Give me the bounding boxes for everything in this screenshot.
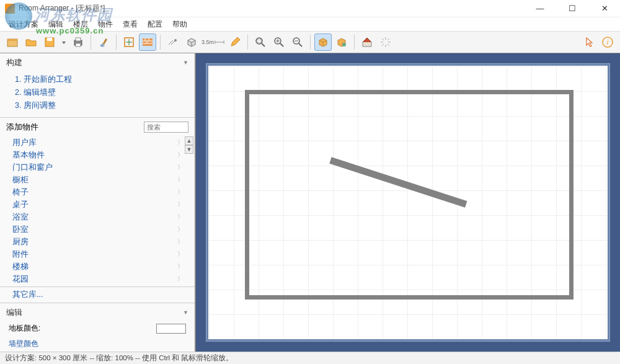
edit-header[interactable]: 编辑▼ xyxy=(0,303,195,321)
separator xyxy=(116,35,117,50)
build-edit-walls[interactable]: 2. 编辑墙壁 xyxy=(15,86,187,99)
build-adjust-room[interactable]: 3. 房间调整 xyxy=(15,99,187,112)
save-icon[interactable] xyxy=(41,33,58,51)
sidebar: 构建▼ 1. 开始新的工程 2. 编辑墙壁 3. 房间调整 添加物件 ▲ ▼ 用… xyxy=(0,53,196,352)
cat-tables[interactable]: 桌子〉 xyxy=(12,198,188,211)
cat-kitchen[interactable]: 厨房〉 xyxy=(12,236,188,248)
measure-icon[interactable]: 3.5m xyxy=(202,33,225,51)
scroll-up-icon[interactable]: ▲ xyxy=(185,136,193,145)
cat-cabinets[interactable]: 橱柜〉 xyxy=(12,174,188,186)
window-title: Room Arranger - [无标题*] xyxy=(19,3,529,14)
svg-rect-7 xyxy=(103,38,108,45)
cat-bathroom[interactable]: 浴室〉 xyxy=(12,211,188,223)
cat-user-lib[interactable]: 用户库〉 xyxy=(12,136,188,149)
maximize-button[interactable]: ☐ xyxy=(562,2,583,15)
chevron-right-icon: 〉 xyxy=(177,237,184,246)
build-header[interactable]: 构建▼ xyxy=(0,53,195,71)
menu-floor[interactable]: 楼层 xyxy=(68,18,93,31)
cat-bedroom[interactable]: 卧室〉 xyxy=(12,223,188,236)
chevron-right-icon: 〉 xyxy=(177,262,184,271)
separator xyxy=(160,35,161,50)
svg-line-22 xyxy=(262,43,265,47)
cat-basic[interactable]: 基本物件〉 xyxy=(12,149,188,161)
collapse-icon: ▼ xyxy=(183,309,188,316)
view-3d-icon[interactable] xyxy=(314,33,332,51)
svg-line-29 xyxy=(299,43,302,47)
scroll-down-icon[interactable]: ▼ xyxy=(185,145,193,154)
view-walk-icon[interactable] xyxy=(333,33,350,51)
chevron-right-icon: 〉 xyxy=(177,200,184,209)
chevron-right-icon: 〉 xyxy=(177,151,184,159)
category-list: 用户库〉 基本物件〉 门口和窗户〉 橱柜〉 椅子〉 桌子〉 浴室〉 卧室〉 厨房… xyxy=(0,135,195,287)
add-room-icon[interactable] xyxy=(120,33,138,51)
menu-design[interactable]: 设计方案 xyxy=(4,18,43,31)
pencil-icon[interactable] xyxy=(226,33,244,51)
svg-line-25 xyxy=(280,43,283,47)
search-input[interactable] xyxy=(144,122,188,133)
other-library-link[interactable]: 其它库... xyxy=(12,290,43,299)
menu-config[interactable]: 配置 xyxy=(143,18,167,31)
zoom-fit-icon[interactable] xyxy=(252,33,269,51)
svg-point-17 xyxy=(174,39,177,42)
menu-view[interactable]: 查看 xyxy=(118,18,143,31)
menu-object[interactable]: 物件 xyxy=(93,18,118,31)
floor-color-label: 地板颜色: xyxy=(9,323,40,334)
svg-rect-3 xyxy=(47,38,52,41)
separator xyxy=(310,35,311,50)
brush-icon[interactable] xyxy=(95,33,112,51)
svg-rect-23 xyxy=(257,39,261,43)
separator xyxy=(354,35,355,50)
toolbar: 3.5m i xyxy=(0,31,620,53)
effects-icon[interactable] xyxy=(377,33,394,51)
canvas-area[interactable] xyxy=(196,53,620,352)
svg-line-38 xyxy=(382,44,384,46)
cat-garden[interactable]: 花园〉 xyxy=(12,273,188,285)
chevron-right-icon: 〉 xyxy=(177,138,184,147)
close-button[interactable]: ✕ xyxy=(594,2,615,15)
cat-chairs[interactable]: 椅子〉 xyxy=(12,186,188,198)
chevron-right-icon: 〉 xyxy=(177,188,184,197)
svg-rect-5 xyxy=(76,38,81,41)
canvas[interactable] xyxy=(206,63,610,342)
wall-color-link[interactable]: 墙壁颜色 xyxy=(9,339,38,349)
chevron-right-icon: 〉 xyxy=(177,163,184,172)
cat-doors-windows[interactable]: 门口和窗户〉 xyxy=(12,161,188,174)
open-icon[interactable] xyxy=(22,33,40,51)
menubar: 设计方案 编辑 楼层 物件 查看 配置 帮助 xyxy=(0,17,620,31)
new-project-icon[interactable] xyxy=(4,33,21,51)
cat-stairs[interactable]: 楼梯〉 xyxy=(12,260,188,273)
wall-icon[interactable] xyxy=(139,33,156,51)
chevron-right-icon: 〉 xyxy=(177,275,184,283)
app-icon xyxy=(5,4,15,14)
pointer-icon[interactable] xyxy=(580,33,598,51)
status-text: 设计方案: 500 × 300 厘米 -- 缩放: 100% -- 使用 Ctr… xyxy=(5,353,233,363)
svg-rect-11 xyxy=(143,38,153,46)
house-icon[interactable] xyxy=(358,33,376,51)
chevron-right-icon: 〉 xyxy=(177,175,184,184)
zoom-in-icon[interactable] xyxy=(270,33,288,51)
cat-other[interactable]: 其它〉 xyxy=(12,285,188,287)
svg-text:i: i xyxy=(607,38,609,46)
separator xyxy=(91,35,91,50)
menu-edit[interactable]: 编辑 xyxy=(43,18,68,31)
print-icon[interactable] xyxy=(69,33,87,51)
statusbar: 设计方案: 500 × 300 厘米 -- 缩放: 100% -- 使用 Ctr… xyxy=(0,352,620,364)
svg-point-31 xyxy=(342,43,346,47)
save-dropdown-icon[interactable] xyxy=(60,33,68,51)
dimension-icon[interactable] xyxy=(164,33,182,51)
titlebar: Room Arranger - [无标题*] — ☐ ✕ xyxy=(0,0,620,17)
cube-icon[interactable] xyxy=(183,33,200,51)
separator xyxy=(247,35,248,50)
chevron-right-icon: 〉 xyxy=(177,225,184,234)
svg-line-36 xyxy=(382,38,384,40)
add-objects-header: 添加物件 xyxy=(0,118,195,135)
svg-rect-1 xyxy=(7,39,17,41)
menu-help[interactable]: 帮助 xyxy=(167,18,192,31)
zoom-out-icon[interactable] xyxy=(289,33,306,51)
minimize-button[interactable]: — xyxy=(529,2,551,15)
cat-accessories[interactable]: 附件〉 xyxy=(12,248,188,260)
info-icon[interactable]: i xyxy=(599,33,616,51)
floor-color-swatch[interactable] xyxy=(156,324,186,334)
build-new-project[interactable]: 1. 开始新的工程 xyxy=(15,73,187,86)
room-wall[interactable] xyxy=(245,90,574,300)
